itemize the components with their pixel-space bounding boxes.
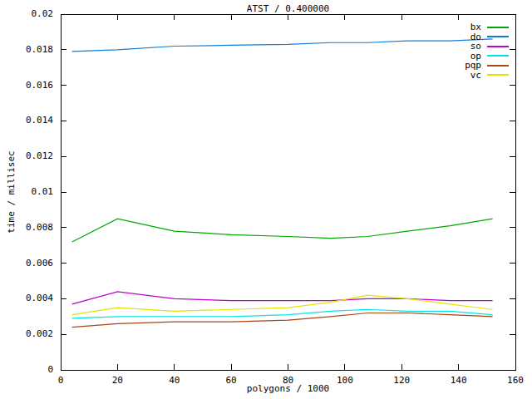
y-tick-label: 0 bbox=[2, 365, 53, 375]
chart-title: ATST / 0.400000 bbox=[61, 3, 515, 14]
gnuplot-window: ATST / 0.400000 time / millisec polygons… bbox=[0, 0, 532, 399]
x-tick-label: 20 bbox=[92, 376, 142, 386]
series-line-so bbox=[72, 292, 493, 304]
x-tick-label: 40 bbox=[150, 376, 200, 386]
x-tick-label: 160 bbox=[490, 376, 532, 386]
x-tick-label: 0 bbox=[36, 376, 86, 386]
y-tick-label: 0.002 bbox=[2, 329, 53, 339]
series-line-bx bbox=[72, 219, 493, 242]
y-tick-label: 0.012 bbox=[2, 151, 53, 161]
y-tick-label: 0.004 bbox=[2, 293, 53, 303]
plot-area bbox=[0, 0, 532, 399]
y-tick-label: 0.016 bbox=[2, 81, 53, 91]
y-tick-label: 0.006 bbox=[2, 259, 53, 268]
y-tick-label: 0.008 bbox=[2, 223, 53, 233]
x-tick-label: 120 bbox=[377, 376, 426, 386]
y-tick-label: 0.01 bbox=[2, 187, 53, 197]
x-tick-label: 80 bbox=[264, 376, 313, 386]
x-tick-label: 60 bbox=[206, 376, 256, 386]
x-tick-label: 100 bbox=[320, 376, 370, 386]
series-line-do bbox=[72, 39, 493, 52]
y-tick-label: 0.02 bbox=[2, 9, 53, 19]
series-line-vc bbox=[72, 295, 493, 315]
x-tick-label: 140 bbox=[434, 376, 484, 386]
y-tick-label: 0.018 bbox=[2, 45, 53, 55]
y-tick-label: 0.014 bbox=[2, 116, 53, 126]
